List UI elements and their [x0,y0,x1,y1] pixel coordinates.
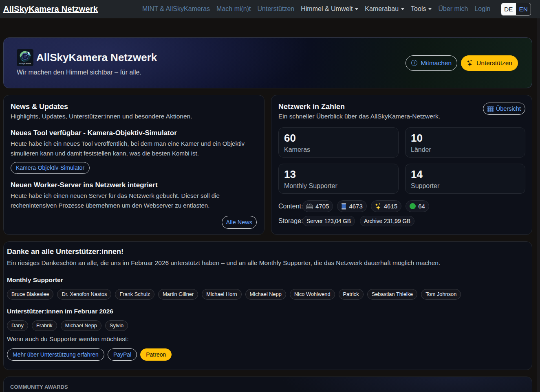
svg-text:AllSkyKamera: AllSkyKamera [19,63,31,65]
